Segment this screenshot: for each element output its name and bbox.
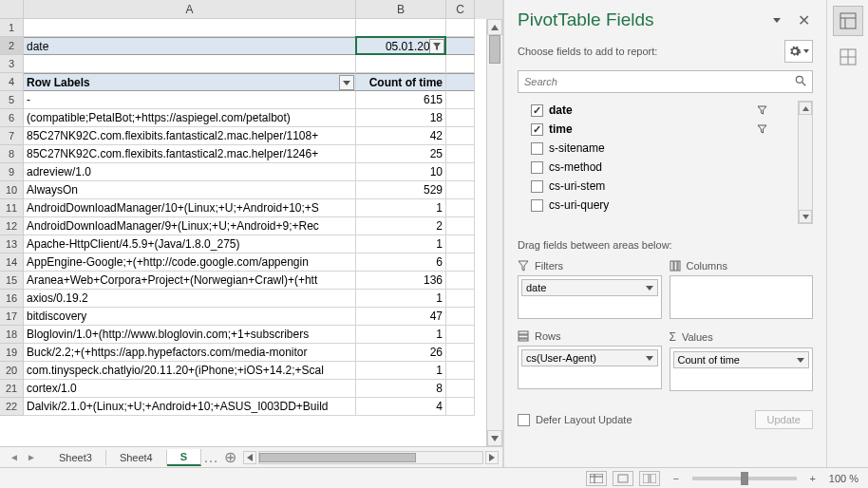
row-header[interactable]: 15 bbox=[0, 272, 24, 290]
cell[interactable]: 1 bbox=[356, 326, 446, 344]
cell[interactable]: 529 bbox=[356, 181, 446, 199]
filter-dropdown-icon[interactable] bbox=[429, 39, 444, 54]
tab-nav-next[interactable]: ► bbox=[27, 452, 36, 463]
cell[interactable] bbox=[446, 326, 475, 344]
cell[interactable]: 47 bbox=[356, 308, 446, 326]
page-break-view-icon[interactable] bbox=[639, 471, 660, 486]
select-all-corner[interactable] bbox=[0, 0, 24, 19]
fieldlist-scroll-up[interactable] bbox=[799, 102, 812, 115]
cell[interactable] bbox=[446, 217, 475, 235]
vscroll-thumb[interactable] bbox=[489, 35, 500, 64]
row-header[interactable]: 19 bbox=[0, 344, 24, 362]
row-header[interactable]: 7 bbox=[0, 127, 24, 145]
rows-area[interactable]: Rows cs(User-Agent) bbox=[518, 327, 662, 391]
zoom-out-button[interactable]: − bbox=[670, 473, 683, 484]
field-checkbox[interactable] bbox=[531, 123, 543, 136]
cell[interactable] bbox=[446, 398, 475, 416]
zoom-slider[interactable] bbox=[692, 477, 797, 480]
add-sheet-button[interactable]: ⊕ bbox=[220, 448, 239, 466]
field-checkbox[interactable] bbox=[531, 142, 543, 155]
row-header[interactable]: 10 bbox=[0, 181, 24, 199]
cell[interactable]: axios/0.19.2 bbox=[24, 290, 356, 308]
cell[interactable]: 615 bbox=[356, 91, 446, 109]
cell[interactable] bbox=[446, 290, 475, 308]
field-row[interactable]: cs-uri-stem bbox=[531, 177, 784, 196]
scroll-down-button[interactable] bbox=[487, 430, 502, 446]
cell[interactable] bbox=[356, 55, 446, 73]
cell[interactable]: 136 bbox=[356, 272, 446, 290]
row-header[interactable]: 8 bbox=[0, 145, 24, 163]
cell[interactable]: Row Labels bbox=[24, 73, 356, 91]
cell[interactable] bbox=[446, 235, 475, 253]
cell[interactable] bbox=[446, 163, 475, 181]
cell[interactable] bbox=[446, 181, 475, 199]
cell[interactable]: 10 bbox=[356, 163, 446, 181]
cell[interactable] bbox=[446, 199, 475, 217]
cell[interactable] bbox=[446, 344, 475, 362]
field-row[interactable]: time bbox=[531, 120, 784, 139]
cell[interactable]: AlwaysOn bbox=[24, 181, 356, 199]
row-header[interactable]: 2 bbox=[0, 37, 24, 55]
cell[interactable] bbox=[446, 109, 475, 127]
area-item[interactable]: Count of time bbox=[673, 351, 810, 368]
cell[interactable]: Aranea+Web+Corpora+Project+(Norwegian+Cr… bbox=[24, 272, 356, 290]
defer-checkbox[interactable] bbox=[518, 414, 530, 426]
col-header-a[interactable]: A bbox=[24, 0, 356, 19]
cell[interactable]: 6 bbox=[356, 253, 446, 272]
field-checkbox[interactable] bbox=[531, 180, 543, 193]
fieldlist-scroll-down[interactable] bbox=[799, 210, 812, 223]
field-list[interactable]: datetimes-sitenamecs-methodcs-uri-stemcs… bbox=[531, 101, 784, 215]
cell[interactable] bbox=[446, 37, 475, 55]
sheet-tab-active[interactable]: S bbox=[167, 449, 201, 466]
cell[interactable]: 05.01.2021 bbox=[356, 37, 446, 55]
cell[interactable] bbox=[446, 73, 475, 91]
cell[interactable]: 18 bbox=[356, 109, 446, 127]
cell[interactable]: - bbox=[24, 91, 356, 109]
cell[interactable] bbox=[446, 19, 475, 37]
cell[interactable]: 25 bbox=[356, 145, 446, 163]
col-header-c[interactable]: C bbox=[446, 0, 475, 19]
field-checkbox[interactable] bbox=[531, 104, 543, 117]
row-header[interactable]: 21 bbox=[0, 380, 24, 398]
tab-more[interactable]: … bbox=[201, 449, 220, 466]
row-header[interactable]: 16 bbox=[0, 290, 24, 308]
cell[interactable]: cortex/1.0 bbox=[24, 380, 356, 398]
cell[interactable]: Dalvik/2.1.0+(Linux;+U;+Android+10;+ASUS… bbox=[24, 398, 356, 416]
vertical-scrollbar[interactable] bbox=[486, 19, 502, 446]
page-layout-view-icon[interactable] bbox=[613, 471, 633, 486]
zoom-in-button[interactable]: + bbox=[806, 473, 820, 484]
normal-view-icon[interactable] bbox=[586, 471, 607, 486]
cell[interactable]: (compatible;PetalBot;+https://aspiegel.c… bbox=[24, 109, 356, 127]
cell[interactable] bbox=[446, 91, 475, 109]
cell[interactable] bbox=[446, 308, 475, 326]
row-header[interactable]: 3 bbox=[0, 55, 24, 73]
cell[interactable]: Count of time bbox=[356, 73, 446, 91]
row-header[interactable]: 18 bbox=[0, 326, 24, 344]
field-checkbox[interactable] bbox=[531, 199, 543, 212]
row-header[interactable]: 9 bbox=[0, 163, 24, 181]
sheet-tab[interactable]: Sheet4 bbox=[106, 450, 167, 465]
cell[interactable] bbox=[446, 127, 475, 145]
row-header[interactable]: 5 bbox=[0, 91, 24, 109]
rail-layout-icon[interactable] bbox=[833, 42, 863, 72]
row-header[interactable]: 1 bbox=[0, 19, 24, 37]
field-checkbox[interactable] bbox=[531, 161, 543, 174]
row-header[interactable]: 6 bbox=[0, 109, 24, 127]
cell[interactable] bbox=[24, 19, 356, 37]
cell[interactable]: 26 bbox=[356, 344, 446, 362]
cell[interactable]: adreview/1.0 bbox=[24, 163, 356, 181]
col-header-b[interactable]: B bbox=[356, 0, 446, 19]
row-header[interactable]: 13 bbox=[0, 235, 24, 253]
zoom-level[interactable]: 100 % bbox=[829, 473, 859, 484]
cell[interactable]: bitdiscovery bbox=[24, 308, 356, 326]
scroll-up-button[interactable] bbox=[487, 19, 502, 35]
cell[interactable]: 1 bbox=[356, 362, 446, 380]
hscroll-left[interactable] bbox=[243, 451, 256, 464]
values-area[interactable]: ΣValues Count of time bbox=[670, 327, 814, 391]
row-header[interactable]: 14 bbox=[0, 253, 24, 272]
rail-fieldlist-icon[interactable] bbox=[833, 6, 863, 36]
hscroll-thumb[interactable] bbox=[259, 453, 415, 462]
cell[interactable]: 2 bbox=[356, 217, 446, 235]
row-header[interactable]: 20 bbox=[0, 362, 24, 380]
cell[interactable]: 42 bbox=[356, 127, 446, 145]
